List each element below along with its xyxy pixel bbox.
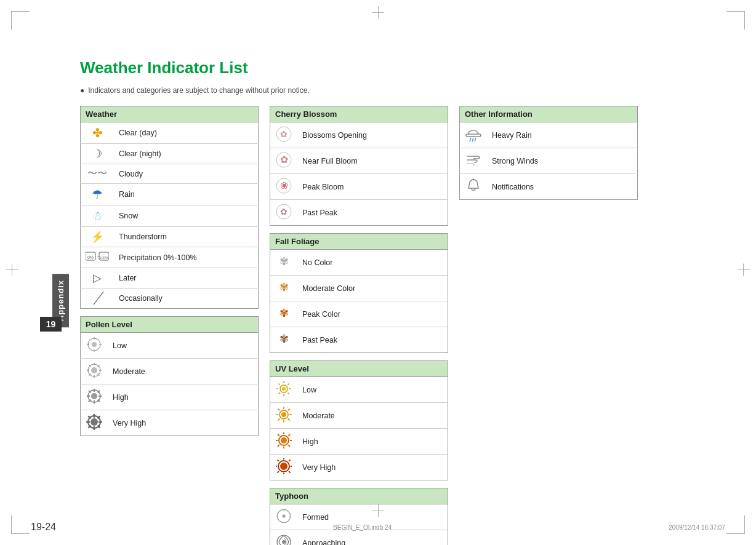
pollen-icon-moderate — [81, 359, 108, 384]
svg-point-105 — [473, 179, 475, 181]
table-row: Notifications — [460, 174, 638, 200]
svg-line-80 — [288, 445, 290, 447]
svg-line-90 — [289, 471, 291, 473]
cherry-icon-near-full: ✿ — [270, 148, 298, 174]
cherry-label-peak: Peak Bloom — [297, 174, 448, 200]
weather-icon-later: ▷ — [81, 268, 115, 288]
svg-line-100 — [470, 138, 471, 141]
crop-mark-br — [726, 515, 745, 534]
typhoon-table: Typhoon Formed — [270, 488, 448, 545]
cherry-label-opening: Blossoms Opening — [297, 122, 448, 148]
foliage-label-moderate: Moderate Color — [297, 276, 448, 301]
crop-mark-tl — [11, 11, 30, 30]
page-subtitle: Indicators and categories are subject to… — [80, 85, 707, 96]
weather-icon-precipitation: 0% – 100% — [81, 247, 115, 268]
weather-label-cloudy: Cloudy — [114, 164, 259, 184]
uv-icon-high — [270, 429, 298, 455]
svg-line-102 — [475, 138, 476, 141]
pollen-body: Low — [81, 333, 259, 436]
other-label-heavy-rain: Heavy Rain — [487, 122, 638, 148]
other-body: Heavy Rain Strong Winds — [460, 122, 638, 200]
uv-label-moderate: Moderate — [297, 403, 448, 429]
uv-body: Low — [270, 377, 448, 480]
pollen-label-very-high: Very High — [108, 410, 259, 436]
cherry-icon-peak: ❀ — [270, 174, 298, 200]
cherry-table: Cherry Blossom ✿ Blossoms Opening — [270, 106, 448, 226]
svg-line-71 — [278, 419, 279, 421]
pollen-label-low: Low — [108, 333, 259, 359]
weather-icon-rain: ☂ — [81, 184, 115, 205]
page-number-box: 19 — [40, 317, 62, 332]
svg-text:100%: 100% — [99, 256, 109, 260]
table-row: ✾ No Color — [270, 250, 448, 276]
table-row: Moderate — [270, 403, 448, 429]
foliage-icon-moderate: ✾ — [270, 276, 298, 301]
weather-label-clear-day: Clear (day) — [114, 122, 259, 144]
svg-text:✾: ✾ — [279, 281, 289, 293]
crosshair-left — [6, 269, 18, 276]
foliage-label-past-peak: Past Peak — [297, 327, 448, 353]
svg-text:✿: ✿ — [280, 207, 288, 217]
pollen-icon-high — [81, 384, 108, 410]
svg-point-84 — [280, 463, 288, 470]
table-row: ☂ Rain — [81, 184, 259, 205]
foliage-table: Fall Foliage ✾ No Color — [270, 233, 448, 353]
uv-label-high: High — [297, 429, 448, 455]
table-row: ☃ Snow — [81, 205, 259, 227]
weather-label-thunderstorm: Thunderstorm — [114, 227, 259, 247]
table-row: ✿ Past Peak — [270, 200, 448, 226]
weather-body: ✤ Clear (day) ☽ Clear (night) 〜〜 — [81, 122, 259, 309]
svg-line-70 — [288, 419, 290, 421]
pollen-header: Pollen Level — [81, 317, 259, 333]
svg-line-62 — [288, 384, 289, 385]
other-header: Other Information — [460, 106, 638, 122]
table-row: High — [270, 429, 448, 455]
page-number-bottom: 19-24 — [31, 522, 56, 533]
col-right: Other Information — [459, 106, 638, 207]
svg-line-72 — [288, 408, 290, 410]
typhoon-header: Typhoon — [270, 488, 448, 504]
table-row: ❀ Peak Bloom — [270, 174, 448, 200]
weather-icon-clear-night: ☽ — [81, 144, 115, 164]
uv-header: UV Level — [270, 361, 448, 377]
table-row: ✾ Peak Color — [270, 301, 448, 327]
foliage-label-peak: Peak Color — [297, 301, 448, 327]
svg-line-89 — [277, 459, 279, 461]
crosshair-right — [738, 269, 750, 276]
svg-line-79 — [278, 434, 279, 436]
svg-text:0%: 0% — [87, 255, 94, 260]
table-row: Moderate — [81, 359, 259, 384]
svg-point-94 — [283, 515, 286, 518]
svg-line-59 — [279, 384, 280, 385]
col-middle: Cherry Blossom ✿ Blossoms Opening — [270, 106, 448, 545]
weather-label-occasionally: Occasionally — [114, 288, 259, 309]
weather-label-clear-night: Clear (night) — [114, 144, 259, 164]
weather-icon-occasionally: ╱ — [81, 288, 115, 309]
bottom-bar: 19-24 BEGIN_E_OI.indb 24 2009/12/14 16:3… — [31, 522, 725, 533]
uv-icon-very-high — [270, 455, 298, 480]
svg-point-54 — [282, 387, 286, 391]
cherry-label-past-peak: Past Peak — [297, 200, 448, 226]
main-content: Appendix 19 Weather Indicator List Indic… — [80, 58, 707, 545]
table-row: High — [81, 384, 259, 410]
table-row: ╱ Occasionally — [81, 288, 259, 309]
other-icon-strong-winds — [460, 148, 488, 174]
foliage-label-no-color: No Color — [297, 250, 448, 276]
cherry-icon-opening: ✿ — [270, 122, 298, 148]
table-row: Low — [270, 377, 448, 403]
other-table: Other Information — [459, 106, 638, 200]
weather-label-rain: Rain — [114, 184, 259, 205]
weather-icon-cloudy: 〜〜 — [81, 164, 115, 184]
uv-label-very-high: Very High — [297, 455, 448, 480]
svg-line-69 — [278, 408, 279, 410]
cherry-icon-past-peak: ✿ — [270, 200, 298, 226]
col-left: Weather ✤ Clear (day) ☽ Clear (nig — [80, 106, 259, 444]
cherry-label-near-full: Near Full Bloom — [297, 148, 448, 174]
weather-label-snow: Snow — [114, 205, 259, 227]
table-row: 0% – 100% Precipitation 0%-100% — [81, 247, 259, 268]
svg-text:✾: ✾ — [279, 255, 289, 268]
foliage-icon-no-color: ✾ — [270, 250, 298, 276]
table-row: 〜〜 Cloudy — [81, 164, 259, 184]
svg-point-12 — [91, 367, 97, 373]
crop-mark-bl — [11, 515, 30, 534]
